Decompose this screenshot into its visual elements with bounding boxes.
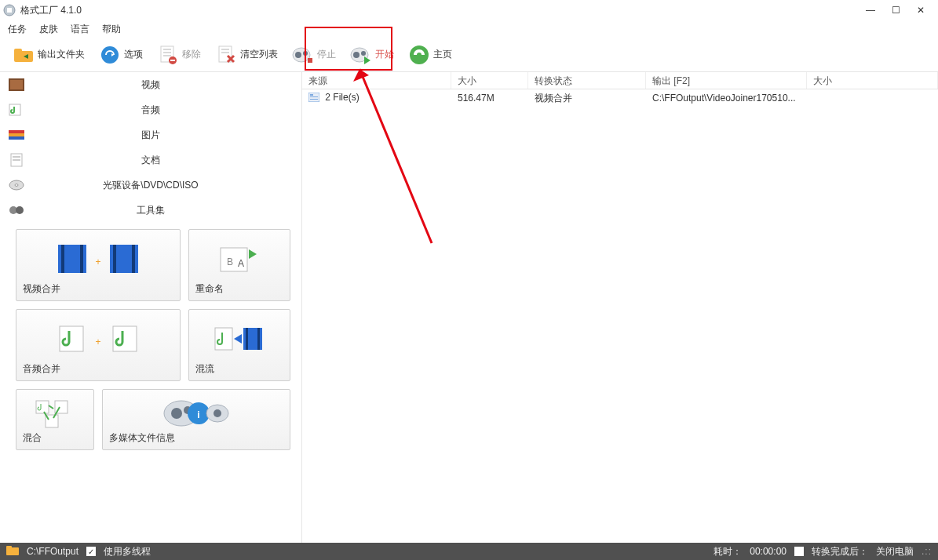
clear-label: 清空列表: [240, 48, 278, 61]
tile-mix-label: 混合: [23, 431, 87, 445]
options-label: 选项: [124, 48, 143, 61]
clear-list-button[interactable]: 清空列表: [210, 41, 283, 69]
tile-mux-label: 混流: [195, 362, 283, 376]
category-document-label: 文档: [28, 154, 273, 167]
menu-skin[interactable]: 皮肤: [39, 23, 58, 36]
menu-help[interactable]: 帮助: [102, 23, 121, 36]
svg-text:A: A: [238, 258, 244, 269]
audio-join-icon: +: [23, 315, 173, 362]
clear-icon: [215, 44, 237, 66]
tile-mux[interactable]: 混流: [188, 309, 290, 381]
document-icon: [5, 151, 28, 169]
svg-rect-67: [6, 546, 12, 549]
rename-icon: BA: [195, 235, 283, 282]
home-icon: [408, 44, 430, 66]
mix-icon: [23, 395, 87, 431]
category-image-label: 图片: [28, 129, 273, 142]
svg-point-16: [303, 51, 308, 56]
toolbox-tiles: + 视频合并 BA 重命名 + 音频合并 混流 混合 i: [0, 223, 301, 450]
options-button[interactable]: 选项: [94, 41, 148, 69]
main-area: 视频 音频 图片 文档 光驱设备\DVD\CD\ISO 工具集: [0, 72, 938, 543]
menu-task[interactable]: 任务: [8, 23, 27, 36]
svg-rect-30: [13, 159, 20, 161]
right-panel: 来源 大小 转换状态 输出 [F2] 大小 2 File(s) 516.47M …: [302, 72, 938, 543]
category-audio-label: 音频: [28, 104, 273, 117]
category-audio[interactable]: 音频: [0, 97, 301, 122]
start-button[interactable]: 开始: [345, 41, 399, 69]
toolbar: 输出文件夹 选项 移除 清空列表 停止 开始 主页: [0, 38, 938, 72]
after-done-value: 关闭电脑: [876, 545, 914, 558]
status-bar: C:\FFOutput ✓ 使用多线程 耗时： 00:00:00 ✓ 转换完成后…: [0, 543, 938, 560]
list-header: 来源 大小 转换状态 输出 [F2] 大小: [302, 72, 938, 89]
col-source[interactable]: 来源: [302, 72, 451, 89]
close-button[interactable]: ✕: [913, 5, 929, 16]
category-document[interactable]: 文档: [0, 147, 301, 173]
category-video[interactable]: 视频: [0, 72, 301, 97]
svg-rect-23: [10, 80, 23, 89]
category-optical[interactable]: 光驱设备\DVD\CD\ISO: [0, 173, 301, 198]
svg-text:+: +: [95, 256, 100, 267]
multithread-label: 使用多线程: [104, 545, 151, 558]
after-done-checkbox[interactable]: ✓: [794, 547, 804, 556]
toolbox-icon: [5, 201, 28, 220]
category-video-label: 视频: [28, 78, 273, 92]
menu-language[interactable]: 语言: [71, 23, 89, 36]
elapsed-label: 耗时：: [714, 545, 742, 558]
category-toolbox-label: 工具集: [28, 204, 273, 217]
options-icon: [99, 44, 121, 66]
col-size[interactable]: 大小: [451, 72, 528, 89]
home-button[interactable]: 主页: [403, 41, 457, 69]
video-icon: [5, 75, 28, 94]
col-size2[interactable]: 大小: [807, 72, 938, 89]
tile-audio-join[interactable]: + 音频合并: [16, 309, 181, 381]
col-output[interactable]: 输出 [F2]: [646, 72, 807, 89]
tile-rename-label: 重命名: [195, 282, 283, 296]
tile-mix[interactable]: 混合: [16, 389, 94, 450]
cell-source-text: 2 File(s): [325, 92, 359, 103]
tile-audio-join-label: 音频合并: [23, 362, 173, 376]
window-controls: — ☐ ✕: [863, 5, 935, 16]
tile-video-join[interactable]: + 视频合并: [16, 229, 181, 301]
video-join-icon: +: [23, 235, 173, 282]
svg-text:+: +: [95, 336, 100, 347]
col-status[interactable]: 转换状态: [528, 72, 646, 89]
tile-mediainfo[interactable]: i 多媒体文件信息: [102, 389, 290, 450]
stop-label: 停止: [317, 48, 336, 61]
remove-button[interactable]: 移除: [152, 41, 206, 69]
svg-rect-63: [310, 94, 313, 96]
output-folder-button[interactable]: 输出文件夹: [8, 41, 89, 69]
svg-rect-37: [80, 245, 83, 273]
maximize-button[interactable]: ☐: [888, 5, 903, 16]
stop-button[interactable]: 停止: [287, 41, 341, 69]
svg-point-56: [171, 408, 182, 419]
svg-rect-51: [257, 328, 260, 350]
cell-size2: [807, 96, 938, 100]
resize-grip[interactable]: .::: [922, 546, 932, 557]
minimize-button[interactable]: —: [863, 5, 878, 16]
svg-point-15: [295, 52, 301, 58]
disc-icon: [5, 176, 28, 195]
mux-icon: [195, 315, 283, 362]
status-output-path[interactable]: C:\FFOutput: [27, 546, 78, 557]
category-optical-label: 光驱设备\DVD\CD\ISO: [28, 179, 273, 192]
cell-status: 视频合并: [528, 90, 646, 107]
category-toolbox[interactable]: 工具集: [0, 198, 301, 223]
tile-rename[interactable]: BA 重命名: [188, 229, 290, 301]
tile-video-join-label: 视频合并: [23, 282, 173, 296]
svg-rect-41: [132, 245, 135, 273]
svg-rect-48: [215, 328, 232, 350]
svg-rect-7: [163, 52, 171, 53]
svg-rect-50: [246, 328, 248, 350]
cell-size: 516.47M: [451, 91, 528, 105]
list-row[interactable]: 2 File(s) 516.47M 视频合并 C:\FFOutput\Video…: [302, 89, 938, 107]
svg-rect-3: [14, 49, 22, 53]
output-folder-label: 输出文件夹: [38, 48, 85, 61]
category-image[interactable]: 图片: [0, 122, 301, 147]
multithread-checkbox[interactable]: ✓: [86, 547, 96, 556]
stop-icon: [292, 44, 314, 66]
svg-point-20: [361, 51, 366, 56]
svg-point-4: [101, 46, 119, 64]
svg-text:B: B: [227, 256, 233, 267]
svg-rect-6: [163, 49, 171, 50]
status-folder-icon[interactable]: [6, 545, 19, 558]
